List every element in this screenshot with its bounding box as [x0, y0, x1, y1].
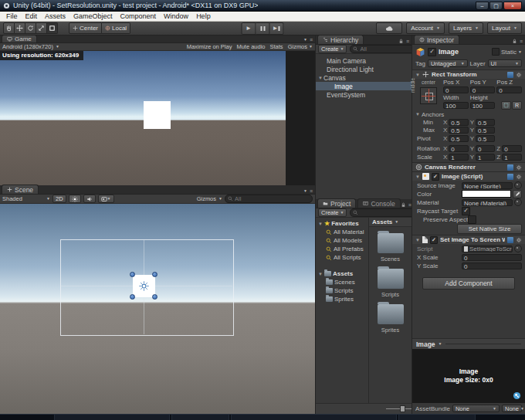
assetbundle-dropdown[interactable]: None▼ [452, 405, 500, 412]
menu-component[interactable]: Component [117, 12, 161, 20]
help-icon[interactable] [507, 237, 513, 243]
lock-icon[interactable] [401, 202, 406, 208]
hierarchy-item-directional-light[interactable]: Directional Light [316, 65, 412, 73]
expander-icon[interactable]: ▼ [318, 272, 323, 276]
title-bar[interactable]: Unity (64bit) - SetResolution.unity - te… [0, 0, 525, 12]
component-enabled-checkbox[interactable]: ✓ [432, 173, 439, 181]
pivot-center-toggle[interactable]: Center [69, 22, 102, 34]
axis-local-toggle[interactable]: Local [102, 22, 130, 34]
taskbar-button[interactable] [54, 415, 170, 420]
stats-toggle[interactable]: Stats [270, 43, 283, 50]
gear-icon[interactable] [516, 174, 522, 180]
canvas-renderer-header[interactable]: Canvas Renderer [412, 162, 525, 171]
scale-tool-icon[interactable] [36, 22, 47, 34]
draw-mode-dropdown[interactable]: Shaded ▼ [2, 195, 50, 202]
panel-menu-icon[interactable]: ≡ [406, 39, 409, 44]
scale-y-field[interactable]: 1 [476, 154, 495, 161]
color-swatch[interactable] [462, 190, 511, 198]
hand-tool-icon[interactable] [3, 22, 15, 34]
expander-icon[interactable]: ▼ [415, 112, 420, 117]
rect-handle-top-left[interactable] [130, 272, 135, 277]
menu-file[interactable]: File [2, 12, 22, 20]
rect-tool-icon[interactable] [47, 22, 58, 34]
menu-window[interactable]: Window [160, 12, 192, 20]
height-field[interactable]: 100 [470, 102, 496, 109]
expander-icon[interactable]: ▼ [318, 76, 323, 80]
hierarchy-item-eventsystem[interactable]: EventSystem [316, 90, 412, 99]
hierarchy-item-image[interactable]: Image [316, 82, 412, 90]
chevron-down-icon[interactable]: ▼ [518, 50, 522, 54]
gear-icon[interactable] [516, 237, 522, 243]
expander-icon[interactable]: ▼ [415, 174, 420, 179]
menu-edit[interactable]: Edit [22, 12, 42, 20]
scale-x-field[interactable]: 1 [449, 154, 468, 161]
image-component-header[interactable]: ▼ ✓ Image (Script) [412, 171, 525, 181]
scene-render-view[interactable] [0, 204, 315, 414]
tab-scene[interactable]: Scene [2, 185, 39, 194]
account-dropdown[interactable]: Account▼ [406, 22, 445, 34]
anchor-max-y-field[interactable]: 0.5 [476, 127, 495, 134]
preserve-aspect-checkbox[interactable] [468, 215, 476, 224]
panel-menu-icon[interactable]: ≡ [310, 188, 313, 194]
x-scale-field[interactable]: 0 [462, 254, 522, 261]
scene-search[interactable] [225, 195, 313, 203]
preview-resize-handle[interactable] [445, 344, 521, 344]
script-component-header[interactable]: ▼ ✓ Set Image To Screen Width ( [412, 235, 525, 244]
hierarchy-item-main-camera[interactable]: Main Camera [316, 56, 412, 65]
script-field[interactable]: SetImageToScree [462, 246, 513, 252]
rect-handle-bottom-left[interactable] [130, 294, 135, 300]
component-enabled-checkbox[interactable]: ✓ [430, 236, 438, 244]
aspect-dropdown[interactable]: Android (1280x720) ▼ [2, 43, 59, 50]
favorite-all-material[interactable]: All Material [316, 228, 368, 236]
effects-dropdown[interactable]: ▼ [98, 195, 114, 203]
object-picker-icon[interactable] [514, 181, 522, 189]
lock-icon[interactable] [512, 39, 517, 44]
assets-root[interactable]: ▼Assets [316, 269, 368, 278]
tab-project[interactable]: Project [317, 198, 356, 208]
project-breadcrumb[interactable]: Assets▼ [369, 218, 412, 227]
taskbar-button[interactable] [171, 415, 229, 420]
rotation-x-field[interactable]: 0 [449, 145, 468, 152]
tree-folder-scenes[interactable]: Scenes [316, 278, 368, 286]
rect-handle-bottom-right[interactable] [152, 294, 158, 300]
layout-dropdown[interactable]: Layout▼ [487, 22, 522, 34]
anchor-min-x-field[interactable]: 0.5 [449, 119, 468, 126]
taskbar-button[interactable] [231, 415, 397, 420]
hierarchy-create-button[interactable]: Create▼ [318, 45, 347, 53]
rotation-y-field[interactable]: 0 [476, 145, 495, 152]
blueprint-mode-button[interactable] [501, 101, 511, 110]
tab-game[interactable]: Game [2, 35, 37, 42]
tab-console[interactable]: Console [357, 198, 400, 208]
help-icon[interactable] [507, 72, 513, 78]
pause-button[interactable] [256, 22, 270, 35]
favorite-all-scripts[interactable]: All Scripts [316, 253, 368, 262]
static-checkbox[interactable] [492, 48, 500, 56]
rect-handle-top-right[interactable] [152, 272, 158, 277]
favorites-header[interactable]: ▼★Favorites [316, 219, 368, 228]
mute-audio-toggle[interactable]: Mute audio [236, 43, 265, 50]
assetbundle-variant-dropdown[interactable]: None▼ [502, 405, 522, 412]
active-checkbox[interactable]: ✓ [428, 48, 436, 56]
preview-settings-icon[interactable] [513, 391, 521, 400]
help-icon[interactable] [507, 174, 513, 180]
gear-icon[interactable] [516, 72, 522, 78]
pos-z-field[interactable]: 0 [496, 86, 522, 93]
source-image-field[interactable]: None (Sprite) [462, 182, 513, 189]
pivot-x-field[interactable]: 0.5 [449, 135, 468, 142]
tab-inspector[interactable]: Inspector [414, 35, 459, 44]
menu-help[interactable]: Help [192, 12, 215, 20]
toggle-2d[interactable]: 2D [52, 195, 66, 203]
panel-menu-icon[interactable]: ≡ [310, 37, 313, 42]
lock-icon[interactable] [398, 39, 404, 44]
object-picker-icon[interactable] [514, 245, 522, 252]
favorite-all-models[interactable]: All Models [316, 236, 368, 245]
pos-x-field[interactable]: 0 [443, 86, 469, 93]
expander-icon[interactable]: ▼ [318, 222, 323, 226]
pos-y-field[interactable]: 0 [470, 86, 496, 93]
panel-dropdown-icon[interactable]: ▼ [303, 38, 307, 42]
y-scale-field[interactable]: 0 [462, 262, 522, 269]
width-field[interactable]: 100 [443, 102, 469, 109]
asset-folder-scripts[interactable]: Scripts [369, 269, 412, 298]
taskbar-button[interactable] [398, 415, 476, 420]
favorite-all-prefabs[interactable]: All Prefabs [316, 245, 368, 253]
